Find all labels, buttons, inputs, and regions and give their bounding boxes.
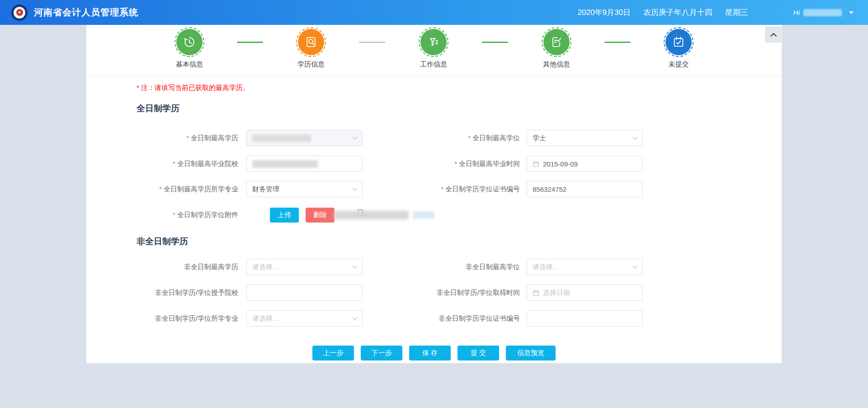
field-label-part-time-certificate-no: 非全日制学历学位证书编号 bbox=[340, 310, 520, 327]
attachment-row: *全日制学历学位附件 上传 删除 bbox=[86, 207, 782, 223]
field-label-part-time-major: 非全日制学历/学位所学专业 bbox=[86, 310, 238, 327]
field-label-part-time-highest-education: 非全日制最高学历 bbox=[86, 259, 238, 275]
user-name-redacted bbox=[803, 9, 842, 16]
full-time-graduate-date-input[interactable]: 2015-09-09 bbox=[527, 156, 643, 172]
chevron-up-icon bbox=[770, 33, 777, 37]
input-value: 856324752 bbox=[533, 185, 566, 193]
scroll-to-top-button[interactable] bbox=[765, 27, 781, 43]
attachment-filename-redacted bbox=[334, 211, 409, 219]
step-other-info[interactable]: 其他信息 bbox=[529, 27, 584, 69]
select-placeholder: 请选择... bbox=[533, 263, 559, 271]
header-right-group: 2020年9月30日 农历庚子年八月十四 星期三 Hi bbox=[565, 7, 868, 18]
part-time-obtain-date-input[interactable]: 选择日期 bbox=[527, 285, 643, 301]
top-header-bar: ★ 河南省会计人员管理系统 2020年9月30日 农历庚子年八月十四 星期三 H… bbox=[0, 0, 868, 25]
caret-down-icon[interactable] bbox=[849, 11, 854, 14]
step-label: 学历信息 bbox=[284, 60, 338, 69]
app-title: 河南省会计人员管理系统 bbox=[34, 6, 138, 19]
step-connector bbox=[604, 42, 631, 43]
step-label: 未提交 bbox=[651, 60, 706, 69]
select-placeholder: 请选择... bbox=[252, 263, 278, 271]
field-label-full-time-attachment: *全日制学历学位附件 bbox=[86, 207, 238, 223]
redacted-value bbox=[252, 134, 311, 142]
chevron-down-icon bbox=[632, 266, 638, 269]
field-label-part-time-highest-degree: 非全日制最高学位 bbox=[340, 259, 520, 275]
steps-divider bbox=[86, 76, 782, 76]
field-label-full-time-highest-education: *全日制最高学历 bbox=[86, 130, 238, 146]
info-preview-button[interactable]: 信息预览 bbox=[506, 346, 556, 361]
select-placeholder: 请选择... bbox=[252, 314, 278, 323]
form-row: 非全日制最高学历 请选择... 非全日制最高学位 请选择... bbox=[86, 259, 782, 275]
history-icon bbox=[183, 35, 196, 49]
step-label: 工作信息 bbox=[406, 60, 461, 69]
form-row: 非全日制学历/学位所学专业 请选择... 非全日制学历学位证书编号 bbox=[86, 310, 782, 327]
form-row: *全日制最高学历 *全日制最高学位 学士 bbox=[86, 130, 782, 146]
app-logo-icon: ★ bbox=[11, 5, 28, 21]
greeting-text: Hi bbox=[793, 9, 800, 16]
step-connector bbox=[482, 42, 508, 43]
step-label: 基本信息 bbox=[162, 60, 217, 69]
section-title-full-time: 全日制学历 bbox=[137, 103, 179, 114]
attachment-link-redacted bbox=[413, 211, 434, 219]
next-step-button[interactable]: 下一步 bbox=[361, 346, 402, 361]
section-title-part-time: 非全日制学历 bbox=[137, 236, 188, 247]
document-check-icon bbox=[550, 35, 563, 49]
field-label-full-time-school: *全日制最高毕业院校 bbox=[86, 156, 238, 172]
calendar-icon bbox=[533, 289, 539, 296]
required-note: * 注：请填写当前已获取的最高学历。 bbox=[137, 84, 250, 92]
date-text: 2020年9月30日 bbox=[578, 7, 631, 18]
step-connector bbox=[237, 42, 263, 43]
field-label-full-time-graduate-date: *全日制最高毕业时间 bbox=[340, 156, 520, 172]
part-time-highest-degree-select[interactable]: 请选择... bbox=[527, 259, 643, 275]
delete-button[interactable]: 删除 bbox=[306, 208, 335, 223]
chevron-down-icon bbox=[632, 137, 638, 140]
form-row: *全日制最高学历所学专业 财务管理 *全日制学历学位证书编号 856324752 bbox=[86, 181, 782, 197]
calendar-check-icon bbox=[672, 35, 685, 49]
select-value: 财务管理 bbox=[252, 185, 279, 194]
form-row: *全日制最高毕业院校 *全日制最高毕业时间 2015-09-09 bbox=[86, 156, 782, 172]
funnel-icon bbox=[427, 35, 440, 49]
full-time-certificate-no-input[interactable]: 856324752 bbox=[527, 181, 643, 197]
redacted-value bbox=[252, 160, 318, 168]
document-search-icon bbox=[304, 35, 318, 49]
submit-button[interactable]: 提 交 bbox=[458, 346, 499, 361]
field-label-full-time-highest-degree: *全日制最高学位 bbox=[340, 130, 520, 146]
date-value: 2015-09-09 bbox=[543, 160, 578, 168]
field-label-part-time-award-school: 非全日制学历/学位授予院校 bbox=[86, 285, 238, 301]
required-star: * bbox=[186, 134, 189, 142]
step-connector bbox=[359, 42, 385, 43]
calendar-icon bbox=[533, 161, 539, 167]
lunar-date-text: 农历庚子年八月十四 bbox=[643, 7, 712, 18]
date-placeholder: 选择日期 bbox=[543, 289, 570, 297]
previous-step-button[interactable]: 上一步 bbox=[312, 346, 354, 361]
user-menu[interactable]: Hi bbox=[793, 9, 854, 16]
main-content-card: 基本信息 学历信息 工作信息 bbox=[86, 25, 782, 363]
step-basic-info[interactable]: 基本信息 bbox=[162, 27, 217, 69]
form-row: 非全日制学历/学位授予院校 非全日制学历/学位取得时间 选择日期 bbox=[86, 285, 782, 301]
part-time-certificate-no-input[interactable] bbox=[527, 310, 643, 327]
field-label-part-time-obtain-date: 非全日制学历/学位取得时间 bbox=[340, 285, 520, 301]
field-label-full-time-major: *全日制最高学历所学专业 bbox=[86, 181, 238, 197]
step-education-info[interactable]: 学历信息 bbox=[284, 27, 338, 69]
step-not-submitted[interactable]: 未提交 bbox=[651, 27, 706, 69]
select-value: 学士 bbox=[533, 134, 546, 142]
step-label: 其他信息 bbox=[529, 60, 584, 69]
step-work-info[interactable]: 工作信息 bbox=[406, 27, 461, 69]
footer-buttons: 上一步 下一步 保 存 提 交 信息预览 bbox=[86, 346, 782, 361]
weekday-text: 星期三 bbox=[725, 7, 748, 18]
upload-button[interactable]: 上传 bbox=[270, 208, 299, 223]
save-button[interactable]: 保 存 bbox=[409, 346, 451, 361]
field-label-full-time-certificate-no: *全日制学历学位证书编号 bbox=[340, 181, 520, 197]
full-time-highest-degree-select[interactable]: 学士 bbox=[527, 130, 643, 146]
